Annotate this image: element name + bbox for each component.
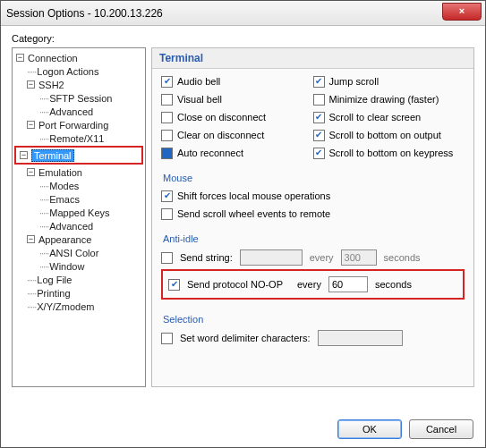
left-check-checkbox-1[interactable] bbox=[161, 94, 173, 106]
window-title: Session Options - 10.200.13.226 bbox=[6, 7, 163, 20]
tree-item-remote-x11[interactable]: Remote/X11 bbox=[49, 133, 104, 144]
expand-icon[interactable]: − bbox=[16, 54, 24, 62]
selection-group-label: Selection bbox=[163, 314, 465, 325]
word-delim-checkbox[interactable] bbox=[161, 333, 173, 344]
titlebar: Session Options - 10.200.13.226 × bbox=[1, 1, 485, 26]
right-check-checkbox-1[interactable] bbox=[313, 94, 325, 106]
expand-icon[interactable]: − bbox=[27, 121, 35, 129]
cancel-button[interactable]: Cancel bbox=[409, 419, 473, 439]
ok-button[interactable]: OK bbox=[337, 419, 402, 439]
send-string-interval[interactable] bbox=[341, 249, 377, 266]
right-check-checkbox-4[interactable] bbox=[313, 148, 325, 159]
tree-item-sftp[interactable]: SFTP Session bbox=[49, 93, 112, 104]
right-check-checkbox-0[interactable] bbox=[313, 76, 325, 88]
tree-item-appearance[interactable]: Appearance bbox=[38, 234, 91, 245]
send-string-checkbox[interactable] bbox=[161, 252, 173, 264]
tree-item-advanced2[interactable]: Advanced bbox=[49, 221, 93, 232]
seconds-label: seconds bbox=[384, 252, 421, 263]
send-string-label: Send string: bbox=[180, 252, 233, 263]
every-label: every bbox=[310, 252, 334, 263]
left-check-label-3: Clear on disconnect bbox=[177, 130, 264, 140]
left-check-checkbox-4[interactable] bbox=[161, 148, 173, 159]
seconds-label2: seconds bbox=[375, 279, 412, 290]
left-check-label-0: Audio bell bbox=[177, 76, 220, 87]
send-wheel-label: Send scroll wheel events to remote bbox=[177, 208, 330, 219]
tree-item-modes[interactable]: Modes bbox=[49, 181, 79, 191]
send-noop-interval[interactable] bbox=[328, 276, 368, 292]
expand-icon[interactable]: − bbox=[27, 168, 35, 176]
word-delim-label: Set word delimiter characters: bbox=[180, 333, 311, 343]
tree-item-printing[interactable]: Printing bbox=[37, 288, 70, 299]
right-check-checkbox-2[interactable] bbox=[313, 112, 325, 123]
tree-item-ssh2[interactable]: SSH2 bbox=[38, 80, 64, 90]
tree-item-connection[interactable]: Connection bbox=[28, 53, 78, 63]
send-string-input[interactable] bbox=[240, 249, 303, 266]
send-wheel-checkbox[interactable] bbox=[161, 208, 173, 220]
right-check-label-0: Jump scroll bbox=[329, 76, 379, 87]
category-label: Category: bbox=[12, 33, 474, 44]
expand-icon[interactable]: − bbox=[20, 151, 28, 159]
expand-icon[interactable]: − bbox=[27, 80, 35, 89]
left-check-checkbox-2[interactable] bbox=[161, 112, 173, 123]
send-noop-checkbox[interactable] bbox=[168, 279, 180, 291]
category-tree[interactable]: −Connection ·····Logon Actions −SSH2 ···… bbox=[12, 47, 146, 387]
tree-item-terminal[interactable]: Terminal bbox=[31, 149, 74, 162]
right-check-label-2: Scroll to clear screen bbox=[329, 112, 422, 123]
panel-header: Terminal bbox=[152, 48, 473, 69]
close-button[interactable]: × bbox=[442, 3, 482, 21]
right-check-label-4: Scroll to bottom on keypress bbox=[329, 148, 454, 158]
left-check-label-1: Visual bell bbox=[177, 94, 222, 105]
tree-item-window[interactable]: Window bbox=[49, 261, 84, 272]
right-check-checkbox-3[interactable] bbox=[313, 130, 325, 141]
tree-item-emulation[interactable]: Emulation bbox=[38, 167, 82, 178]
left-check-checkbox-0[interactable] bbox=[161, 76, 173, 88]
tree-item-advanced[interactable]: Advanced bbox=[49, 106, 93, 117]
tree-item-mapped-keys[interactable]: Mapped Keys bbox=[49, 207, 109, 218]
right-check-label-3: Scroll to bottom on output bbox=[329, 130, 441, 140]
tree-item-ansi[interactable]: ANSI Color bbox=[49, 248, 98, 258]
tree-item-xyz[interactable]: X/Y/Zmodem bbox=[37, 301, 94, 312]
tree-item-portfwd[interactable]: Port Forwarding bbox=[38, 120, 108, 131]
mouse-group-label: Mouse bbox=[163, 173, 465, 183]
tree-item-logon-actions[interactable]: Logon Actions bbox=[37, 66, 98, 77]
shift-forces-checkbox[interactable] bbox=[161, 190, 173, 202]
every-label2: every bbox=[297, 279, 321, 290]
noop-highlight: Send protocol NO-OP every seconds bbox=[161, 269, 465, 300]
left-check-checkbox-3[interactable] bbox=[161, 130, 173, 141]
left-check-label-2: Close on disconnect bbox=[177, 112, 266, 123]
tree-item-emacs[interactable]: Emacs bbox=[49, 194, 80, 205]
right-check-label-1: Minimize drawing (faster) bbox=[329, 94, 439, 105]
terminal-highlight: −Terminal bbox=[14, 146, 143, 165]
left-check-label-4: Auto reconnect bbox=[177, 148, 243, 158]
send-noop-label: Send protocol NO-OP bbox=[187, 279, 290, 290]
word-delim-input[interactable] bbox=[318, 330, 403, 346]
expand-icon[interactable]: − bbox=[27, 235, 35, 243]
settings-panel: Terminal Audio bellVisual bellClose on d… bbox=[151, 47, 474, 387]
tree-item-logfile[interactable]: Log File bbox=[37, 275, 72, 285]
anti-idle-group-label: Anti-idle bbox=[163, 233, 465, 244]
shift-forces-label: Shift forces local mouse operations bbox=[177, 190, 330, 201]
